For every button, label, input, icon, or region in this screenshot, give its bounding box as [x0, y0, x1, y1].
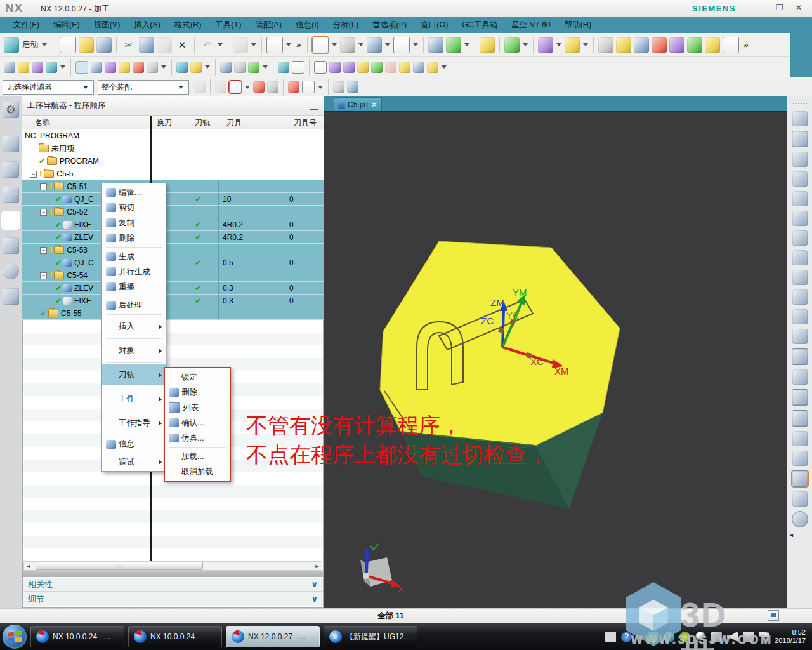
notes-button[interactable]	[314, 61, 327, 74]
table-row[interactable]: NC_PROGRAM	[22, 129, 324, 142]
hide-dashed-button[interactable]	[385, 62, 396, 73]
grid-point-icon[interactable]	[792, 451, 808, 466]
menu-delete-item[interactable]: 删除	[102, 230, 166, 246]
menu-debug-item[interactable]: 调试	[102, 454, 166, 470]
collapse-icon[interactable]: −	[40, 272, 47, 279]
orient-view-icon[interactable]	[792, 111, 808, 126]
col-tool[interactable]: 刀具	[226, 117, 242, 128]
machine-tool-button[interactable]	[340, 37, 355, 53]
minimize-button[interactable]: ─	[754, 3, 770, 14]
restore-button[interactable]: ❐	[771, 3, 788, 14]
extrude-icon[interactable]	[792, 152, 808, 167]
table-row[interactable]: ✔QJ_C ✔ 10 0	[22, 193, 324, 206]
select-caret-icon[interactable]	[318, 86, 323, 89]
measure-caret-icon[interactable]	[556, 43, 561, 46]
tree-list-button[interactable]	[705, 37, 720, 53]
menu-information[interactable]: 信息(I)	[289, 17, 326, 33]
table-row[interactable]: ✔C5-55	[22, 307, 324, 320]
toolbar1-overflow2-button[interactable]: »	[740, 40, 751, 50]
keyboard-tray-icon[interactable]	[605, 632, 616, 642]
touch-point-button[interactable]	[267, 81, 278, 93]
print-caret-icon[interactable]	[251, 43, 256, 46]
panel-sash[interactable]	[23, 571, 323, 577]
menu-preferences[interactable]: 首选项(P)	[365, 17, 414, 33]
red-cube-frame-icon[interactable]	[792, 309, 808, 324]
menu-object-item[interactable]: 对象	[102, 340, 166, 361]
circle-tool-icon[interactable]	[792, 511, 808, 527]
constraint-measure-button[interactable]	[538, 37, 553, 53]
open-file-button[interactable]	[79, 37, 94, 53]
menu-generate-item[interactable]: 生成	[102, 249, 166, 264]
menu-information-item[interactable]: 信息	[102, 434, 166, 454]
show-body-button[interactable]	[357, 62, 369, 73]
table-row[interactable]: −!C5-53	[22, 244, 324, 256]
scroll-left-icon[interactable]: ◄	[24, 563, 33, 569]
menu-assemblies[interactable]: 装配(A)	[248, 17, 289, 33]
collapse-icon[interactable]: −	[30, 171, 37, 178]
undo-button[interactable]: ↶	[199, 37, 214, 53]
table-row[interactable]: −!C5-5	[22, 168, 324, 180]
submenu-load-item[interactable]: 加载...	[165, 449, 230, 464]
table-row[interactable]: ✔PROGRAM	[22, 155, 324, 168]
expand-ops-button[interactable]	[133, 62, 144, 73]
layers-icon[interactable]	[792, 250, 808, 265]
program-order-view-button[interactable]	[75, 61, 88, 74]
tools-hammer-icon[interactable]	[3, 288, 19, 305]
rect-select-button[interactable]	[302, 81, 315, 93]
toolbar-overflow-button[interactable]: »	[293, 40, 304, 50]
back-arrow-button[interactable]	[329, 62, 341, 73]
generate-toolpath-button[interactable]	[220, 62, 232, 73]
menu-format[interactable]: 格式(R)	[167, 17, 208, 33]
part-navigator-icon[interactable]	[3, 187, 19, 203]
collapse-ops-button[interactable]	[147, 62, 158, 73]
info-body-icon[interactable]	[792, 270, 808, 285]
menu-postprocess-item[interactable]: 后处理	[102, 298, 166, 313]
shaded-cube-button[interactable]	[367, 37, 382, 53]
palette-button[interactable]	[480, 37, 495, 53]
text-3d-icon[interactable]	[792, 491, 808, 507]
table-row[interactable]: ✔FIXE ✔ 0.3 0	[22, 295, 324, 307]
postprocess-button[interactable]	[190, 62, 202, 73]
sweep-icon[interactable]	[792, 289, 808, 305]
forward-arrow-button[interactable]	[343, 62, 355, 73]
measure-distance-button[interactable]	[292, 61, 304, 74]
hexagon-tool-icon[interactable]	[792, 410, 808, 427]
create-tool-button[interactable]	[18, 62, 29, 73]
new-file-button[interactable]	[60, 37, 76, 53]
table-row[interactable]: ✔ZLEV ✔ 0.3 0	[22, 282, 324, 295]
window-split-button[interactable]	[428, 37, 443, 53]
collapse-icon[interactable]: −	[40, 183, 47, 190]
point-caret-icon[interactable]	[245, 86, 250, 89]
menu-toolpath-item[interactable]: 刀轨	[102, 364, 166, 385]
shaded-ball-button[interactable]	[333, 81, 344, 93]
undo-caret-icon[interactable]	[218, 43, 223, 46]
table-row[interactable]: ✔QJ_C ✔ 0.5 0	[22, 256, 324, 269]
history-clock-icon[interactable]	[3, 263, 19, 279]
open-group-button[interactable]	[427, 62, 438, 73]
method-view-button[interactable]	[119, 62, 130, 73]
verify-toolpath-button[interactable]	[248, 62, 259, 73]
command-caret-icon[interactable]	[286, 43, 291, 46]
press-tool-icon[interactable]	[792, 230, 808, 246]
command-finder-button[interactable]	[266, 37, 283, 53]
roles-gear-icon[interactable]: ⚙	[3, 102, 19, 118]
geometry-view-button[interactable]	[105, 62, 116, 73]
col-toolchange[interactable]: 换刀	[157, 117, 172, 128]
menu-xingkong[interactable]: 星空 V7.60	[505, 17, 558, 33]
style-caret-icon[interactable]	[413, 43, 418, 46]
menu-file[interactable]: 文件(F)	[6, 17, 46, 33]
float-panel-button[interactable]	[310, 102, 318, 110]
rectangle-tool-icon[interactable]	[792, 389, 808, 406]
plug-button[interactable]	[634, 37, 649, 53]
datum-measure-icon[interactable]	[792, 171, 808, 187]
fit-view-button[interactable]	[312, 37, 329, 53]
col-toolpath[interactable]: 刀轨	[195, 117, 210, 128]
blue-box-button[interactable]	[347, 81, 358, 93]
table-row[interactable]: −!C5-52	[22, 206, 324, 218]
delete-button[interactable]: ✕	[174, 37, 190, 53]
tube-icon[interactable]	[792, 348, 808, 365]
window-caret-icon[interactable]	[464, 43, 469, 46]
snap-view-button[interactable]	[504, 37, 520, 53]
ruler-measure-button[interactable]	[565, 37, 580, 53]
save-button[interactable]	[96, 37, 112, 53]
